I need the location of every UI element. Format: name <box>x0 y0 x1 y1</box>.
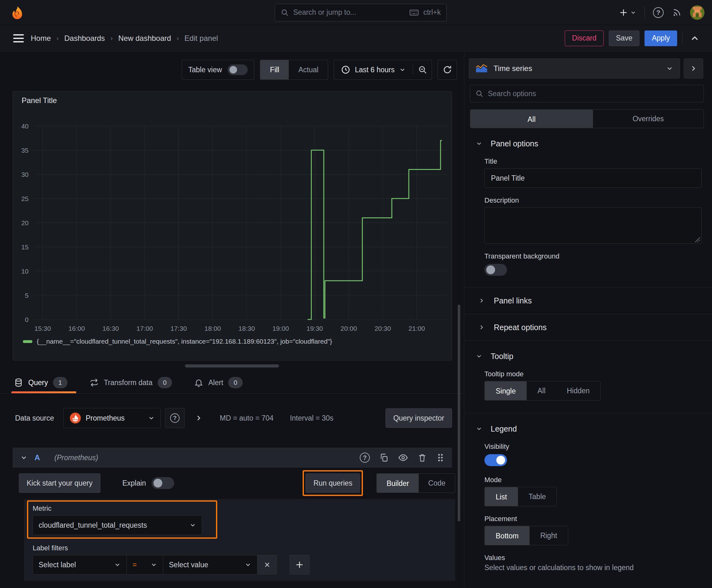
legend-header[interactable]: Legend <box>464 423 712 434</box>
plus-icon <box>295 560 304 569</box>
chevron-down-icon[interactable] <box>20 454 28 461</box>
code-option[interactable]: Code <box>419 474 455 492</box>
legend-mode-table[interactable]: Table <box>518 487 557 506</box>
tab-query[interactable]: Query 1 <box>11 377 76 393</box>
menu-icon[interactable] <box>13 34 24 42</box>
tooltip-mode-group: Single All Hidden <box>484 381 601 400</box>
refresh-button[interactable] <box>438 60 457 80</box>
trash-icon[interactable] <box>417 453 427 462</box>
scrollbar[interactable] <box>458 305 460 521</box>
query-inspector-button[interactable]: Query inspector <box>386 408 452 428</box>
datasource-row: Data source Prometheus ? MD = auto = 704… <box>15 408 452 428</box>
datasource-picker[interactable]: Prometheus <box>63 408 161 428</box>
repeat-options-section[interactable]: Repeat options <box>464 314 712 340</box>
transparent-background-toggle[interactable] <box>484 264 507 276</box>
tooltip-mode-all[interactable]: All <box>527 381 556 400</box>
options-search-input[interactable]: Search options <box>470 85 704 102</box>
select-label-dropdown[interactable]: Select label <box>33 555 127 574</box>
breadcrumb-separator: › <box>177 35 179 42</box>
tooltip-header[interactable]: Tooltip <box>464 351 712 361</box>
chevron-right-icon[interactable] <box>195 414 203 422</box>
select-value-dropdown[interactable]: Select value <box>163 555 257 574</box>
panel-links-section[interactable]: Panel links <box>464 288 712 314</box>
tab-overrides[interactable]: Overrides <box>593 110 704 128</box>
operator-dropdown[interactable]: = <box>127 555 163 574</box>
search-icon <box>281 8 289 17</box>
chevron-down-icon <box>666 65 673 72</box>
legend-mode-group: List Table <box>484 487 557 506</box>
builder-option[interactable]: Builder <box>377 474 419 493</box>
panel-preview: Panel Title 051015202530354015:3016:0016… <box>13 91 452 361</box>
tooltip-mode-hidden[interactable]: Hidden <box>556 381 601 400</box>
fill-option[interactable]: Fill <box>260 60 289 80</box>
breadcrumb-new-dashboard[interactable]: New dashboard <box>118 34 171 43</box>
kick-start-button[interactable]: Kick start your query <box>19 474 101 493</box>
divider <box>464 413 712 413</box>
legend-series-name[interactable]: {__name__="cloudflared_tunnel_total_requ… <box>37 338 332 345</box>
metric-select[interactable]: cloudflared_tunnel_total_requests <box>33 516 202 535</box>
explain-toggle[interactable] <box>152 477 174 489</box>
discard-button[interactable]: Discard <box>565 30 604 46</box>
run-queries-button[interactable]: Run queries <box>305 474 360 493</box>
transform-icon <box>89 378 99 387</box>
title-input[interactable] <box>484 168 702 188</box>
panel-title[interactable]: Panel Title <box>13 91 452 110</box>
visibility-toggle[interactable] <box>484 454 507 466</box>
svg-text:5: 5 <box>25 292 28 299</box>
collapse-options-button[interactable] <box>684 58 703 79</box>
grafana-logo-icon[interactable] <box>10 5 24 20</box>
chevron-down-icon <box>399 66 406 73</box>
legend-swatch[interactable] <box>23 340 33 343</box>
time-range-button[interactable]: Last 6 hours <box>334 65 413 75</box>
datasource-name: Prometheus <box>86 414 125 422</box>
zoom-out-icon[interactable] <box>413 65 432 75</box>
divider <box>682 32 683 45</box>
pane-resize-handle[interactable] <box>185 364 279 368</box>
tooltip-mode-single[interactable]: Single <box>485 381 527 400</box>
placement-bottom[interactable]: Bottom <box>485 526 530 545</box>
breadcrumb-home[interactable]: Home <box>31 34 51 43</box>
query-editor: Metric cloudflared_tunnel_total_requests… <box>24 499 455 581</box>
avatar[interactable] <box>690 5 705 20</box>
tab-alert[interactable]: Alert 0 <box>192 377 252 393</box>
tab-all[interactable]: All <box>470 110 593 128</box>
timeseries-chart[interactable]: 051015202530354015:3016:0016:3017:0017:3… <box>15 110 449 337</box>
news-icon[interactable] <box>672 7 682 18</box>
remove-filter-button[interactable] <box>257 555 277 574</box>
global-search-input[interactable]: Search or jump to... ctrl+k <box>275 4 447 21</box>
add-filter-button[interactable] <box>289 555 309 574</box>
resize-handle-icon[interactable] <box>694 236 700 242</box>
description-textarea[interactable] <box>484 207 702 244</box>
table-view-toggle[interactable] <box>228 64 248 75</box>
chart-legend: {__name__="cloudflared_tunnel_total_requ… <box>13 338 452 345</box>
save-button[interactable]: Save <box>609 30 640 46</box>
chevron-down-icon <box>476 140 482 147</box>
tooltip-mode-label: Tooltip mode <box>464 370 712 378</box>
query-editor-toolbar: Kick start your query Explain Run querie… <box>19 474 455 493</box>
copy-icon[interactable] <box>379 453 389 462</box>
svg-text:17:30: 17:30 <box>170 325 187 332</box>
svg-text:19:00: 19:00 <box>273 325 289 332</box>
visualization-picker[interactable]: Time series <box>469 58 680 79</box>
eye-icon[interactable] <box>398 453 408 463</box>
query-help-icon[interactable]: ? <box>360 453 370 463</box>
chevron-down-icon <box>189 522 196 529</box>
panel-options-header[interactable]: Panel options <box>464 138 712 149</box>
query-row-header[interactable]: A (Prometheus) ? <box>13 447 452 468</box>
placement-right[interactable]: Right <box>530 526 568 545</box>
breadcrumb-dashboards[interactable]: Dashboards <box>64 34 105 43</box>
collapse-header-icon[interactable] <box>689 33 700 44</box>
drag-handle-icon[interactable] <box>436 453 445 462</box>
legend-mode-list[interactable]: List <box>485 487 518 506</box>
search-icon <box>475 89 483 98</box>
tab-transform-data[interactable]: Transform data 0 <box>87 377 181 393</box>
add-button[interactable] <box>619 8 637 17</box>
datasource-help-button[interactable]: ? <box>165 408 185 428</box>
builder-code-switch: Builder Code <box>376 474 455 493</box>
actual-option[interactable]: Actual <box>289 60 328 80</box>
datasource-label: Data source <box>15 414 54 422</box>
help-icon[interactable]: ? <box>653 7 664 18</box>
apply-button[interactable]: Apply <box>645 30 677 46</box>
fill-actual-switch: Fill Actual <box>260 60 328 80</box>
svg-text:15:30: 15:30 <box>35 325 51 332</box>
